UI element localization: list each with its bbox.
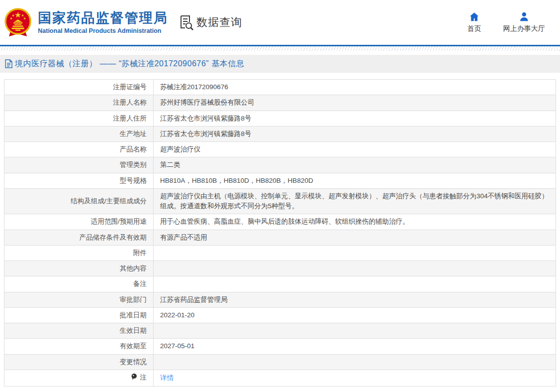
row-label-cell: 型号规格 bbox=[4, 173, 154, 188]
row-label-cell: 结构及组成/主要组成成分 bbox=[4, 188, 154, 214]
row-label: 其他内容 bbox=[120, 264, 147, 272]
row-label: 注 bbox=[140, 374, 147, 381]
row-value-cell: 苏州好博医疗器械股份有限公司 bbox=[154, 95, 556, 111]
row-label: 附件 bbox=[133, 249, 147, 257]
row-value-cell: 江苏省药品监督管理局 bbox=[154, 292, 556, 307]
table-row: 附件 bbox=[4, 245, 556, 261]
row-value-cell: 2027-05-01 bbox=[154, 339, 556, 354]
table-row: 注册人名称 苏州好博医疗器械股份有限公司 bbox=[4, 95, 556, 111]
row-value-cell: 江苏省太仓市浏河镇紫藤路8号 bbox=[154, 126, 556, 141]
row-label-cell: 注册人住所 bbox=[4, 111, 154, 126]
row-label: 变更情况 bbox=[120, 358, 147, 366]
page-title: 境内医疗器械（注册） —— “苏械注准20172090676” 基本信息 bbox=[15, 59, 244, 69]
row-label-cell: 审批部门 bbox=[4, 292, 154, 307]
row-label-cell: 其他内容 bbox=[4, 261, 154, 276]
row-label-cell: 变更情况 bbox=[4, 354, 154, 370]
row-value-cell: 2022-01-20 bbox=[154, 307, 556, 323]
row-value: 江苏省太仓市浏河镇紫藤路8号 bbox=[160, 115, 251, 122]
table-row: 其他内容 bbox=[4, 261, 556, 276]
row-label-cell: 注册证编号 bbox=[4, 80, 154, 95]
row-label: 批准日期 bbox=[120, 311, 147, 319]
data-query-section[interactable]: 数据查询 bbox=[179, 14, 242, 30]
detail-link[interactable]: 详情 bbox=[160, 374, 174, 382]
site-title: 国家药品监督管理局 bbox=[38, 10, 168, 26]
row-value-cell bbox=[154, 354, 556, 370]
nav-service-hall[interactable]: 网上办事大厅 bbox=[503, 11, 545, 33]
row-label-cell: 生产地址 bbox=[4, 126, 154, 141]
row-value: 江苏省药品监督管理局 bbox=[160, 296, 227, 303]
row-label-cell: 产品储存条件及有效期 bbox=[4, 230, 154, 245]
row-label: 注册证编号 bbox=[113, 83, 147, 91]
row-label-cell: 有效期至 bbox=[4, 339, 154, 354]
row-value: 超声波治疗仪 bbox=[160, 145, 200, 153]
breadcrumb: 境内医疗器械（注册） —— “苏械注准20172090676” 基本信息 bbox=[0, 55, 560, 73]
row-value-cell: 用于心血管疾病、高脂血症、脑中风后遗的肢体运动障碍、软组织挫伤的辅助治疗。 bbox=[154, 214, 556, 230]
page-header: 国家药品监督管理局 National Medical Products Admi… bbox=[0, 0, 560, 45]
row-label-cell: 产品名称 bbox=[4, 142, 154, 157]
row-label-cell: 批准日期 bbox=[4, 307, 154, 323]
nav-home-label: 首页 bbox=[467, 24, 481, 33]
row-label: 适用范围/预期用途 bbox=[91, 218, 147, 225]
doc-search-icon bbox=[179, 14, 194, 30]
table-row: 有效期至 2027-05-01 bbox=[4, 339, 556, 354]
table-row: 适用范围/预期用途 用于心血管疾病、高脂血症、脑中风后遗的肢体运动障碍、软组织挫… bbox=[4, 214, 556, 230]
table-row: 备注 bbox=[4, 276, 556, 292]
row-value: 第二类 bbox=[160, 161, 181, 168]
table-row: 注 详情 bbox=[4, 370, 556, 386]
registration-table: 注册证编号 苏械注准20172090676 注册人名称 苏州好博医疗器械股份有限… bbox=[4, 79, 556, 387]
row-value: 2027-05-01 bbox=[160, 342, 194, 350]
row-label: 注册人住所 bbox=[113, 115, 147, 122]
speech-balloon-icon bbox=[131, 373, 137, 384]
row-value: 超声波治疗仪由主机（电源模块、控制单元、显示模块、超声发射模块）、超声治疗头（与… bbox=[160, 192, 549, 210]
row-value-cell: 第二类 bbox=[154, 157, 556, 173]
data-query-label: 数据查询 bbox=[196, 15, 242, 30]
table-row: 批准日期 2022-01-20 bbox=[4, 307, 556, 323]
row-value: 2022-01-20 bbox=[160, 311, 194, 319]
row-label-cell: 生效日期 bbox=[4, 323, 154, 339]
row-value: 苏州好博医疗器械股份有限公司 bbox=[160, 99, 254, 106]
row-value-cell: 详情 bbox=[154, 370, 556, 386]
table-row: 产品储存条件及有效期 有源产品不适用 bbox=[4, 230, 556, 245]
row-value-cell: 有源产品不适用 bbox=[154, 230, 556, 245]
brand-block: 国家药品监督管理局 National Medical Products Admi… bbox=[38, 10, 168, 34]
row-value-cell: 苏械注准20172090676 bbox=[154, 80, 556, 95]
row-value-cell: 超声波治疗仪 bbox=[154, 142, 556, 157]
document-icon bbox=[5, 59, 12, 68]
row-label: 生产地址 bbox=[120, 130, 147, 137]
row-value-cell bbox=[154, 245, 556, 261]
person-icon bbox=[519, 11, 530, 22]
table-row: 注册人住所 江苏省太仓市浏河镇紫藤路8号 bbox=[4, 111, 556, 126]
row-value: 用于心血管疾病、高脂血症、脑中风后遗的肢体运动障碍、软组织挫伤的辅助治疗。 bbox=[160, 218, 409, 225]
row-label: 备注 bbox=[133, 280, 147, 287]
hatch-band bbox=[0, 46, 560, 51]
row-label-cell: 注 bbox=[4, 370, 154, 386]
row-value: 苏械注准20172090676 bbox=[160, 83, 228, 91]
row-label: 管理类别 bbox=[120, 161, 147, 168]
row-label: 结构及组成/主要组成成分 bbox=[71, 197, 147, 205]
row-value-cell: HB810A，HB810B，HB810D，HB820B，HB820D bbox=[154, 173, 556, 188]
row-label-cell: 备注 bbox=[4, 276, 154, 292]
table-row: 变更情况 bbox=[4, 354, 556, 370]
row-label: 生效日期 bbox=[120, 327, 147, 334]
row-value: HB810A，HB810B，HB810D，HB820B，HB820D bbox=[160, 177, 313, 184]
registration-info: 注册证编号 苏械注准20172090676 注册人名称 苏州好博医疗器械股份有限… bbox=[4, 79, 556, 387]
table-row: 生效日期 bbox=[4, 323, 556, 339]
row-label: 产品储存条件及有效期 bbox=[79, 234, 147, 241]
home-icon bbox=[469, 11, 480, 22]
row-label: 型号规格 bbox=[120, 177, 147, 184]
nav-home[interactable]: 首页 bbox=[467, 11, 481, 33]
table-row: 结构及组成/主要组成成分 超声波治疗仪由主机（电源模块、控制单元、显示模块、超声… bbox=[4, 188, 556, 214]
row-label-cell: 适用范围/预期用途 bbox=[4, 214, 154, 230]
table-row: 型号规格 HB810A，HB810B，HB810D，HB820B，HB820D bbox=[4, 173, 556, 188]
row-value: 江苏省太仓市浏河镇紫藤路8号 bbox=[160, 130, 251, 137]
nav-service-hall-label: 网上办事大厅 bbox=[503, 24, 545, 33]
table-row: 生产地址 江苏省太仓市浏河镇紫藤路8号 bbox=[4, 126, 556, 141]
row-value-cell: 超声波治疗仪由主机（电源模块、控制单元、显示模块、超声发射模块）、超声治疗头（与… bbox=[154, 188, 556, 214]
table-row: 审批部门 江苏省药品监督管理局 bbox=[4, 292, 556, 307]
row-label: 注册人名称 bbox=[113, 99, 147, 106]
row-value-cell bbox=[154, 323, 556, 339]
table-row: 注册证编号 苏械注准20172090676 bbox=[4, 80, 556, 95]
row-label-cell: 附件 bbox=[4, 245, 154, 261]
site-subtitle: National Medical Products Administration bbox=[38, 27, 168, 34]
row-label-cell: 注册人名称 bbox=[4, 95, 154, 111]
